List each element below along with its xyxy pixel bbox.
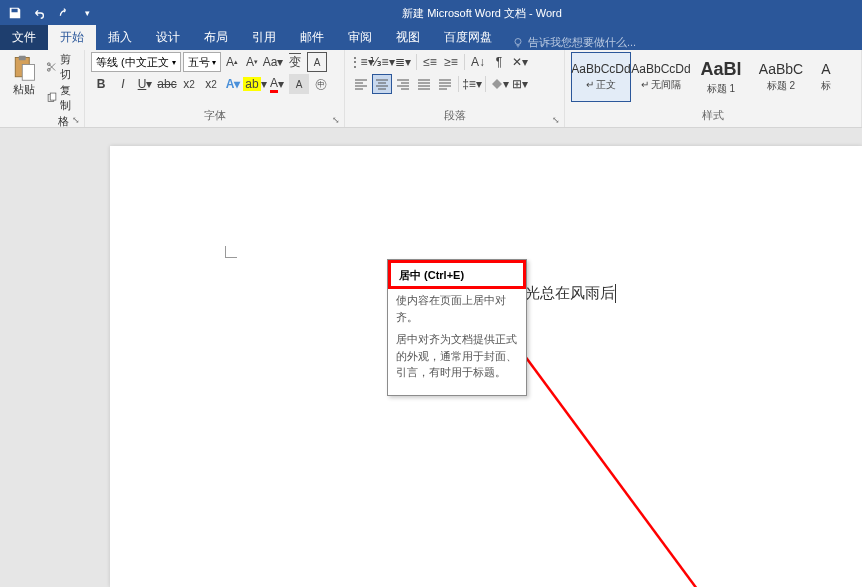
tab-baidu[interactable]: 百度网盘 xyxy=(432,25,504,50)
bullets-button[interactable]: ⋮≡▾ xyxy=(351,52,371,72)
tell-me-search[interactable]: 告诉我您想要做什么... xyxy=(512,35,636,50)
bold-button[interactable]: B xyxy=(91,74,111,94)
style-heading2[interactable]: AaBbC标题 2 xyxy=(751,52,811,102)
sort-button[interactable]: A↓ xyxy=(468,52,488,72)
tab-home[interactable]: 开始 xyxy=(48,25,96,50)
phonetic-guide-button[interactable]: 变 xyxy=(285,52,305,72)
tab-references[interactable]: 引用 xyxy=(240,25,288,50)
save-button[interactable] xyxy=(4,2,26,24)
grow-font-button[interactable]: A▴ xyxy=(223,52,241,72)
tooltip-line2: 居中对齐为文档提供正式的外观，通常用于封面、引言，有时用于标题。 xyxy=(396,331,518,381)
style-heading3[interactable]: A标 xyxy=(811,52,841,102)
tab-view[interactable]: 视图 xyxy=(384,25,432,50)
svg-rect-3 xyxy=(22,65,34,81)
style-heading1[interactable]: AaBl标题 1 xyxy=(691,52,751,102)
undo-button[interactable] xyxy=(28,2,50,24)
font-color-button[interactable]: A▾ xyxy=(267,74,287,94)
styles-gallery[interactable]: AaBbCcDd↵ 正文 AaBbCcDd↵ 无间隔 AaBl标题 1 AaBb… xyxy=(571,52,855,102)
align-center-button[interactable] xyxy=(372,74,392,94)
copy-button[interactable]: 复制 xyxy=(46,83,78,113)
shading-button[interactable]: ▾ xyxy=(489,74,509,94)
underline-button[interactable]: U▾ xyxy=(135,74,155,94)
document-area: 阳光总在风雨后 居中 (Ctrl+E) 使内容在页面上居中对齐。 居中对齐为文档… xyxy=(0,128,862,587)
align-left-icon xyxy=(354,77,368,91)
redo-button[interactable] xyxy=(52,2,74,24)
shrink-font-button[interactable]: A▾ xyxy=(243,52,261,72)
group-font: 等线 (中文正文▾ 五号▾ A▴ A▾ Aa▾ 变 A B I U▾ abc x… xyxy=(85,50,345,127)
cut-button[interactable]: 剪切 xyxy=(46,52,78,82)
window-title: 新建 Microsoft Word 文档 - Word xyxy=(102,6,862,21)
tab-design[interactable]: 设计 xyxy=(144,25,192,50)
tooltip-title: 居中 (Ctrl+E) xyxy=(388,260,526,289)
borders-button[interactable]: ⊞▾ xyxy=(510,74,530,94)
font-size-combo[interactable]: 五号▾ xyxy=(183,52,221,72)
paragraph-label: 段落 xyxy=(351,106,558,125)
text-effects-button[interactable]: A▾ xyxy=(223,74,243,94)
enclose-char-button[interactable]: ㊥ xyxy=(311,74,331,94)
change-case-button[interactable]: Aa▾ xyxy=(263,52,283,72)
lightbulb-icon xyxy=(512,37,524,49)
copy-icon xyxy=(46,91,57,105)
group-clipboard: 粘贴 剪切 复制 格式刷 剪贴板 ⤡ xyxy=(0,50,85,127)
decrease-indent-button[interactable]: ≤≡ xyxy=(420,52,440,72)
highlight-button[interactable]: ab▾ xyxy=(245,74,265,94)
distribute-button[interactable] xyxy=(435,74,455,94)
chevron-down-icon: ▾ xyxy=(172,58,176,67)
show-marks-button[interactable]: ¶ xyxy=(489,52,509,72)
font-label: 字体 xyxy=(91,106,338,125)
margin-indicator xyxy=(225,246,237,258)
chevron-down-icon: ▾ xyxy=(212,58,216,67)
font-expand-icon[interactable]: ⤡ xyxy=(332,115,342,125)
group-paragraph: ⋮≡▾ ⅓≡▾ ≣▾ ≤≡ ≥≡ A↓ ¶ ✕▾ ‡≡▾ ▾ ⊞▾ 段落 ⤡ xyxy=(345,50,565,127)
paint-bucket-icon xyxy=(489,77,503,91)
align-right-button[interactable] xyxy=(393,74,413,94)
ribbon: 粘贴 剪切 复制 格式刷 剪贴板 ⤡ 等线 (中文正文▾ 五号▾ A▴ A▾ A… xyxy=(0,50,862,128)
justify-icon xyxy=(417,77,431,91)
title-bar: ▾ 新建 Microsoft Word 文档 - Word xyxy=(0,0,862,26)
char-shading-button[interactable]: A xyxy=(289,74,309,94)
style-nospacing[interactable]: AaBbCcDd↵ 无间隔 xyxy=(631,52,691,102)
justify-button[interactable] xyxy=(414,74,434,94)
font-name-combo[interactable]: 等线 (中文正文▾ xyxy=(91,52,181,72)
tab-review[interactable]: 审阅 xyxy=(336,25,384,50)
superscript-button[interactable]: x2 xyxy=(201,74,221,94)
tooltip-body: 使内容在页面上居中对齐。 居中对齐为文档提供正式的外观，通常用于封面、引言，有时… xyxy=(388,289,526,395)
align-left-button[interactable] xyxy=(351,74,371,94)
svg-point-0 xyxy=(515,38,521,44)
strikethrough-button[interactable]: abc xyxy=(157,74,177,94)
distribute-icon xyxy=(438,77,452,91)
numbering-button[interactable]: ⅓≡▾ xyxy=(372,52,392,72)
ribbon-tabs: 文件 开始 插入 设计 布局 引用 邮件 审阅 视图 百度网盘 告诉我您想要做什… xyxy=(0,26,862,50)
paragraph-expand-icon[interactable]: ⤡ xyxy=(552,115,562,125)
group-styles: AaBbCcDd↵ 正文 AaBbCcDd↵ 无间隔 AaBl标题 1 AaBb… xyxy=(565,50,862,127)
line-spacing-button[interactable]: ‡≡▾ xyxy=(462,74,482,94)
italic-button[interactable]: I xyxy=(113,74,133,94)
char-border-button[interactable]: A xyxy=(307,52,327,72)
align-center-icon xyxy=(375,77,389,91)
style-normal[interactable]: AaBbCcDd↵ 正文 xyxy=(571,52,631,102)
tab-layout[interactable]: 布局 xyxy=(192,25,240,50)
svg-rect-7 xyxy=(50,93,56,100)
quick-access-toolbar: ▾ xyxy=(0,2,102,24)
tab-insert[interactable]: 插入 xyxy=(96,25,144,50)
styles-label: 样式 xyxy=(571,106,855,125)
asian-layout-button[interactable]: ✕▾ xyxy=(510,52,530,72)
tooltip-center: 居中 (Ctrl+E) 使内容在页面上居中对齐。 居中对齐为文档提供正式的外观，… xyxy=(387,259,527,396)
tab-mailings[interactable]: 邮件 xyxy=(288,25,336,50)
scissors-icon xyxy=(46,60,57,74)
multilevel-button[interactable]: ≣▾ xyxy=(393,52,413,72)
tooltip-line1: 使内容在页面上居中对齐。 xyxy=(396,292,518,325)
clipboard-expand-icon[interactable]: ⤡ xyxy=(72,115,82,125)
tab-file[interactable]: 文件 xyxy=(0,25,48,50)
qat-customize-icon[interactable]: ▾ xyxy=(76,2,98,24)
subscript-button[interactable]: x2 xyxy=(179,74,199,94)
tell-me-placeholder: 告诉我您想要做什么... xyxy=(528,35,636,50)
increase-indent-button[interactable]: ≥≡ xyxy=(441,52,461,72)
svg-rect-2 xyxy=(19,56,26,60)
paste-icon xyxy=(10,54,38,82)
paste-label: 粘贴 xyxy=(13,82,35,97)
align-right-icon xyxy=(396,77,410,91)
